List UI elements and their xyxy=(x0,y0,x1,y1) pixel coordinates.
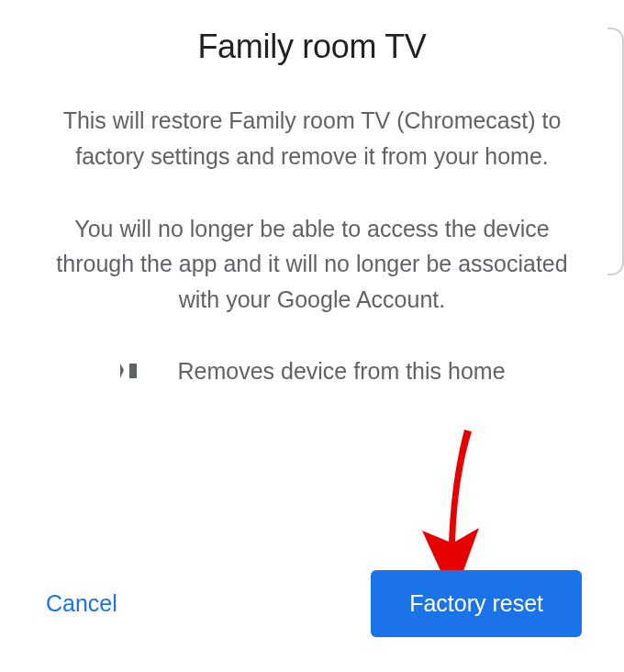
cancel-button[interactable]: Cancel xyxy=(42,583,121,624)
dialog-paragraph-2: You will no longer be able to access the… xyxy=(37,211,587,318)
dialog-paragraph-1: This will restore Family room TV (Chrome… xyxy=(37,103,587,174)
remove-row: Removes device from this home xyxy=(37,358,587,385)
svg-rect-0 xyxy=(129,364,137,378)
edge-decoration xyxy=(607,28,624,275)
dialog-title: Family room TV xyxy=(37,28,587,66)
factory-reset-button[interactable]: Factory reset xyxy=(371,570,582,637)
home-remove-icon xyxy=(118,360,144,382)
dialog-button-row: Cancel Factory reset xyxy=(0,570,624,637)
remove-text: Removes device from this home xyxy=(177,358,505,385)
factory-reset-dialog: Family room TV This will restore Family … xyxy=(0,0,624,672)
